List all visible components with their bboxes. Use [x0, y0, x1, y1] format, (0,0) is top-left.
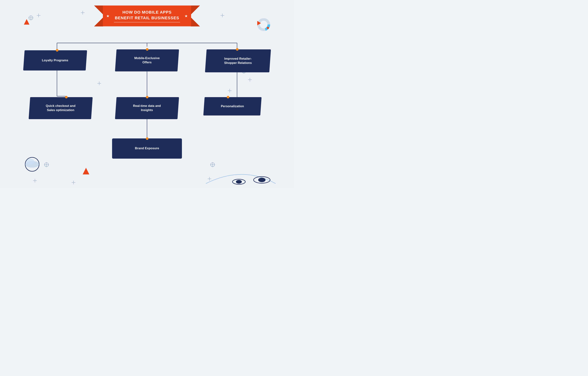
cross-deco-7: [33, 179, 37, 182]
cross-deco-2: [81, 11, 85, 14]
cross-deco-10: [248, 78, 252, 82]
quick-card: Quick checkout andSales optimization: [29, 97, 93, 119]
cross-circle-3: [44, 162, 49, 168]
ribbon-tail-right-bot: [191, 17, 200, 26]
ribbon-tail-left-bot: [94, 17, 103, 26]
mobile-dot: [146, 48, 149, 51]
cross-deco-6: [228, 89, 232, 93]
cross-deco-9: [208, 177, 211, 181]
improved-dot: [236, 48, 238, 51]
diagram-area: Loyalty Programs Mobile-ExclusiveOffers …: [18, 28, 276, 188]
quick-dot: [65, 96, 68, 98]
ribbon-tail-left: [94, 6, 103, 15]
realtime-label: Real-time data andInsights: [133, 104, 161, 112]
bottom-right-deco: [206, 151, 276, 188]
svg-point-14: [267, 27, 269, 29]
cross-deco-1: [37, 14, 40, 17]
cross-deco-3: [221, 14, 224, 17]
banner-title: HOW DO MOBILE APPS BENEFIT RETAIL BUSINE…: [114, 10, 180, 22]
loyalty-dot: [56, 49, 58, 52]
cross-circle-4: [210, 162, 215, 168]
star-right-icon: ★: [184, 14, 188, 18]
banner-wrapper: ★ ★ HOW DO MOBILE APPS BENEFIT RETAIL BU…: [103, 6, 191, 26]
personalization-label: Personalization: [221, 104, 244, 108]
svg-point-18: [26, 159, 34, 165]
brand-card: Brand Exposure: [112, 138, 182, 159]
brand-label: Brand Exposure: [135, 146, 159, 151]
banner-ribbon: ★ ★ HOW DO MOBILE APPS BENEFIT RETAIL BU…: [103, 6, 191, 26]
svg-point-20: [236, 180, 242, 184]
bottom-left-globe: [24, 156, 40, 173]
page-container: ★ ★ HOW DO MOBILE APPS BENEFIT RETAIL BU…: [0, 0, 294, 188]
cross-deco-8: [72, 181, 75, 184]
quick-label: Quick checkout andSales optimization: [46, 104, 75, 112]
mobile-label: Mobile-ExclusiveOffers: [134, 56, 160, 65]
loyalty-label: Loyalty Programs: [42, 58, 68, 63]
svg-point-22: [258, 178, 266, 182]
brand-dot: [146, 137, 149, 140]
improved-card: Improved Retailer-Shopper Relations: [205, 49, 271, 72]
mobile-card: Mobile-ExclusiveOffers: [115, 49, 179, 72]
star-left-icon: ★: [106, 14, 109, 18]
loyalty-card: Loyalty Programs: [23, 50, 87, 71]
top-right-deco: [256, 17, 270, 33]
improved-label: Improved Retailer-Shopper Relations: [224, 57, 252, 65]
cross-circle-1: [29, 15, 33, 21]
personalization-dot: [227, 96, 229, 98]
banner-line2: BENEFIT RETAIL BUSINESSES: [115, 16, 179, 20]
svg-marker-23: [83, 168, 89, 174]
cross-deco-5: [97, 82, 101, 85]
ribbon-tail-right: [191, 6, 200, 15]
realtime-dot: [146, 96, 149, 98]
personalization-card: Personalization: [203, 97, 262, 115]
banner-line1: HOW DO MOBILE APPS: [122, 10, 172, 14]
bottom-orange-triangle: [83, 168, 89, 175]
realtime-card: Real-time data andInsights: [115, 97, 179, 119]
